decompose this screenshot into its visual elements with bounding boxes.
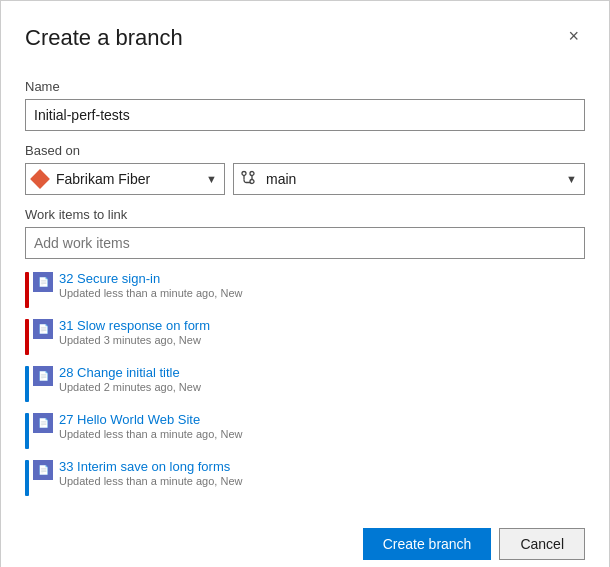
- wi-details: 28 Change initial title Updated 2 minute…: [59, 365, 201, 393]
- repo-select[interactable]: Fabrikam Fiber: [25, 163, 225, 195]
- wi-type-icon: 📄: [33, 460, 53, 480]
- wi-color-bar: [25, 413, 29, 449]
- create-branch-button[interactable]: Create branch: [363, 528, 492, 560]
- wi-type-icon: 📄: [33, 413, 53, 433]
- work-items-label: Work items to link: [25, 207, 585, 222]
- wi-details: 31 Slow response on form Updated 3 minut…: [59, 318, 210, 346]
- wi-color-bar: [25, 319, 29, 355]
- close-button[interactable]: ×: [562, 25, 585, 47]
- list-item: 📄 31 Slow response on form Updated 3 min…: [25, 312, 585, 359]
- list-item: 📄 28 Change initial title Updated 2 minu…: [25, 359, 585, 406]
- branch-select[interactable]: main: [233, 163, 585, 195]
- repo-select-wrapper: Fabrikam Fiber ▼: [25, 163, 225, 195]
- wi-title[interactable]: 27 Hello World Web Site: [59, 412, 242, 427]
- dialog-footer: Create branch Cancel: [1, 516, 609, 567]
- wi-details: 27 Hello World Web Site Updated less tha…: [59, 412, 242, 440]
- wi-title[interactable]: 33 Interim save on long forms: [59, 459, 242, 474]
- create-branch-dialog: Create a branch × Name Based on Fabrikam…: [0, 0, 610, 567]
- list-item: 📄 33 Interim save on long forms Updated …: [25, 453, 585, 500]
- dialog-title: Create a branch: [25, 25, 183, 51]
- wi-type-icon: 📄: [33, 319, 53, 339]
- wi-meta: Updated less than a minute ago, New: [59, 428, 242, 440]
- name-input[interactable]: [25, 99, 585, 131]
- work-items-list: 📄 32 Secure sign-in Updated less than a …: [25, 265, 585, 500]
- wi-meta: Updated 2 minutes ago, New: [59, 381, 201, 393]
- wi-meta: Updated 3 minutes ago, New: [59, 334, 210, 346]
- list-item: 📄 32 Secure sign-in Updated less than a …: [25, 265, 585, 312]
- based-on-selects: Fabrikam Fiber ▼ main: [25, 163, 585, 195]
- list-item: 📄 27 Hello World Web Site Updated less t…: [25, 406, 585, 453]
- wi-meta: Updated less than a minute ago, New: [59, 475, 242, 487]
- wi-details: 33 Interim save on long forms Updated le…: [59, 459, 242, 487]
- wi-title[interactable]: 28 Change initial title: [59, 365, 201, 380]
- wi-color-bar: [25, 460, 29, 496]
- cancel-button[interactable]: Cancel: [499, 528, 585, 560]
- wi-title[interactable]: 32 Secure sign-in: [59, 271, 242, 286]
- name-label: Name: [25, 79, 585, 94]
- wi-color-bar: [25, 272, 29, 308]
- branch-select-wrapper: main ▼: [233, 163, 585, 195]
- dialog-body: Name Based on Fabrikam Fiber ▼: [1, 59, 609, 516]
- dialog-header: Create a branch ×: [1, 1, 609, 59]
- wi-type-icon: 📄: [33, 366, 53, 386]
- wi-title[interactable]: 31 Slow response on form: [59, 318, 210, 333]
- based-on-label: Based on: [25, 143, 585, 158]
- wi-type-icon: 📄: [33, 272, 53, 292]
- work-items-input[interactable]: [25, 227, 585, 259]
- wi-color-bar: [25, 366, 29, 402]
- wi-meta: Updated less than a minute ago, New: [59, 287, 242, 299]
- wi-details: 32 Secure sign-in Updated less than a mi…: [59, 271, 242, 299]
